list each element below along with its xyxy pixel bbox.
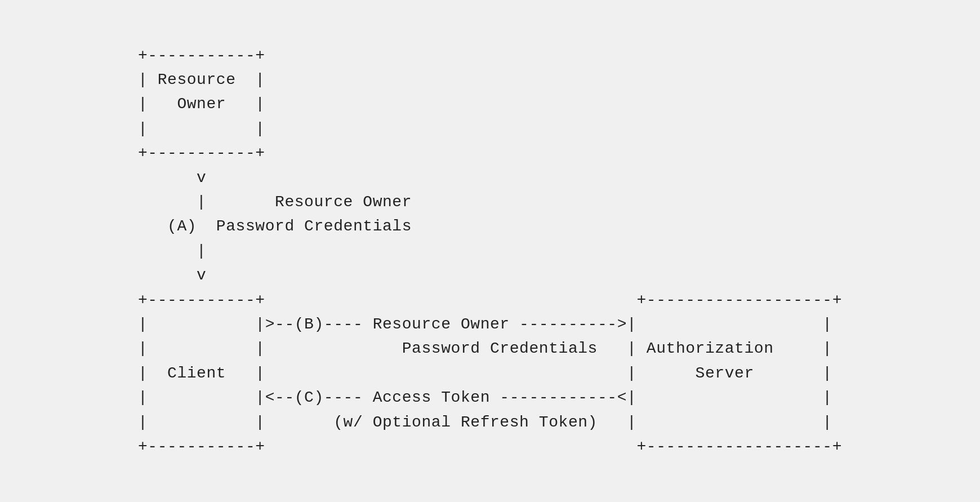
oauth-diagram: +-----------+ | Resource | | Owner | | |… [138, 43, 842, 459]
